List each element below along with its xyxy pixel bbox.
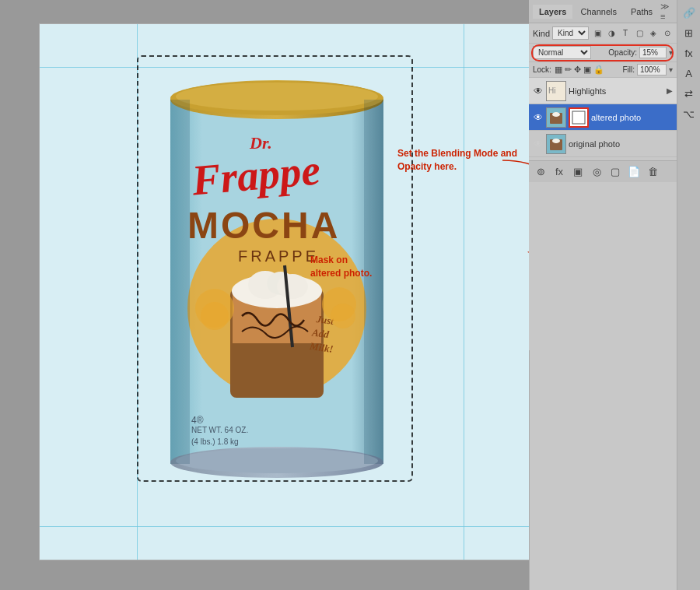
lock-pixels-icon[interactable]: ✏ [565, 65, 572, 75]
layer-effects-icon[interactable]: fx [551, 164, 567, 180]
layer-thumbnail-original-photo [546, 134, 566, 154]
tab-layers[interactable]: Layers [533, 5, 572, 19]
blend-row: Normal Opacity: ▾ [529, 44, 677, 62]
lock-artboard-icon[interactable]: ▣ [583, 65, 591, 75]
lock-icons: ▦ ✏ ✥ ▣ 🔒 [555, 65, 604, 75]
toolbar-icon-4[interactable]: A [681, 65, 698, 82]
new-group-icon[interactable]: ▢ [607, 164, 623, 180]
svg-point-37 [552, 112, 560, 117]
adjustment-layer-icon[interactable]: ◎ [589, 164, 604, 180]
lock-label: Lock: [533, 65, 551, 74]
filter-row: Kind Kind ▣ ◑ T ▢ ◈ ⊙ [529, 23, 677, 44]
svg-text:(4 lbs.) 1.8 kg: (4 lbs.) 1.8 kg [191, 437, 239, 446]
svg-text:Hi: Hi [548, 86, 555, 95]
filter-select[interactable]: Kind [552, 26, 589, 40]
filter-toggle-icon[interactable]: ⊙ [661, 27, 674, 40]
blend-mode-select[interactable]: Normal [533, 46, 591, 59]
layer-item-original-photo[interactable]: 👁 original photo [529, 131, 677, 157]
svg-text:MOCHA: MOCHA [187, 205, 340, 246]
layer-mask-icon[interactable]: ▣ [570, 164, 586, 180]
toolbar-icon-1[interactable]: 🔗 [681, 4, 698, 21]
svg-point-27 [331, 304, 355, 328]
filter-icons: ▣ ◑ T ▢ ◈ ⊙ [591, 27, 674, 40]
toolbar-icon-5[interactable]: ⇄ [681, 85, 698, 102]
right-panel: Layers Channels Paths ≫ ≡ Kind Kind ▣ ◑ … [529, 0, 700, 590]
guide-vertical-right [464, 24, 464, 560]
svg-text:NET WT. 64 OZ.: NET WT. 64 OZ. [191, 426, 248, 434]
layers-tabs: Layers Channels Paths ≫ ≡ [529, 0, 677, 23]
svg-rect-39 [572, 111, 585, 124]
svg-text:Add: Add [310, 326, 330, 340]
toolbar-icon-2[interactable]: ⊞ [681, 24, 698, 41]
new-layer-icon[interactable]: 📄 [626, 164, 642, 180]
layers-bottom-toolbar: ⊚ fx ▣ ◎ ▢ 📄 🗑 [529, 160, 677, 182]
svg-point-42 [552, 139, 560, 143]
svg-text:FRAPPE: FRAPPE [238, 248, 319, 265]
svg-text:4®: 4® [191, 415, 204, 426]
filter-type-icon[interactable]: T [619, 27, 632, 40]
layer-mask-thumbnail [569, 107, 589, 128]
svg-rect-32 [364, 100, 383, 464]
svg-point-25 [201, 302, 229, 330]
layer-item-highlights[interactable]: 👁 Hi Highlights ▶ [529, 78, 677, 104]
guide-horizontal-bottom [40, 526, 559, 527]
toolbar-right: 🔗 ⊞ fx A ⇄ ⌥ [677, 0, 700, 590]
layer-visibility-highlights[interactable]: 👁 [533, 86, 544, 97]
fill-label: Fill: [622, 65, 635, 74]
lock-transparent-icon[interactable]: ▦ [555, 65, 562, 75]
opacity-chevron[interactable]: ▾ [669, 48, 673, 57]
layer-name-original-photo: original photo [569, 139, 673, 149]
svg-point-6 [176, 83, 378, 111]
lock-row: Lock: ▦ ✏ ✥ ▣ 🔒 Fill: ▾ [529, 62, 677, 78]
layer-visibility-original[interactable]: 👁 [533, 139, 544, 149]
toolbar-icon-6[interactable]: ⌥ [681, 105, 698, 122]
annotation-blending: Set the Blending Mode and Opacity here. [397, 147, 537, 174]
canvas-document: Dr. Frappe MOCHA FRAPPE [39, 23, 560, 560]
fill-input[interactable] [637, 64, 667, 76]
layer-visibility-altered[interactable]: 👁 [533, 112, 544, 123]
layers-panel: Layers Channels Paths ≫ ≡ Kind Kind ▣ ◑ … [529, 0, 677, 350]
svg-point-19 [277, 274, 308, 299]
filter-label: Kind [533, 29, 550, 38]
filter-pixel-icon[interactable]: ▣ [591, 27, 604, 40]
lock-all-icon[interactable]: 🔒 [593, 65, 604, 75]
filter-adjust-icon[interactable]: ◑ [605, 27, 618, 40]
fill-row: Fill: ▾ [622, 64, 673, 76]
layer-thumbnail-altered-photo [546, 107, 566, 128]
tab-channels[interactable]: Channels [574, 5, 622, 19]
opacity-label: Opacity: [608, 48, 637, 57]
layer-name-altered-photo: altered photo [591, 113, 673, 122]
svg-rect-31 [170, 100, 190, 464]
filter-shape-icon[interactable]: ▢ [633, 27, 646, 40]
filter-smart-icon[interactable]: ◈ [647, 27, 660, 40]
layer-name-highlights: Highlights [569, 86, 664, 96]
fill-chevron[interactable]: ▾ [669, 65, 673, 74]
toolbar-icon-3[interactable]: fx [681, 44, 698, 61]
annotation-mask-text: Mask on altered photo. [310, 255, 372, 279]
svg-point-8 [176, 448, 378, 473]
layer-expand-icon[interactable]: ▶ [667, 86, 673, 95]
delete-layer-icon[interactable]: 🗑 [645, 164, 660, 180]
link-layers-icon[interactable]: ⊚ [533, 164, 548, 180]
opacity-row: Opacity: ▾ [608, 47, 673, 58]
layer-thumbnail-highlights: Hi [546, 81, 566, 101]
can-container: Dr. Frappe MOCHA FRAPPE [125, 51, 436, 503]
opacity-input[interactable] [639, 47, 667, 58]
layer-item-altered-photo[interactable]: 👁 altered photo [529, 104, 677, 131]
annotation-mask: Mask on altered photo. [310, 254, 376, 280]
layers-list: 👁 Hi Highlights ▶ 👁 [529, 78, 677, 157]
annotation-blending-text: Set the Blending Mode and Opacity here. [397, 148, 517, 172]
panel-menu-icon[interactable]: ≫ ≡ [660, 2, 673, 21]
lock-position-icon[interactable]: ✥ [574, 65, 581, 75]
tab-paths[interactable]: Paths [625, 5, 659, 19]
